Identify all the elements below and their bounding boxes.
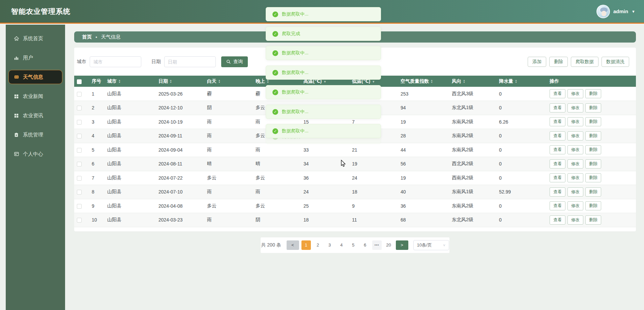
delete-button[interactable]: 删除 — [585, 145, 601, 154]
sidebar-item[interactable]: 用户 — [8, 51, 62, 65]
view-button[interactable]: 查看 — [550, 145, 565, 154]
next-page-button[interactable]: > — [396, 240, 408, 250]
column-header[interactable]: 日期▲▼ — [156, 76, 204, 87]
table-cell: 21 — [349, 143, 398, 157]
delete-button[interactable]: 删除 — [585, 103, 601, 112]
more-pages-button[interactable]: ••• — [372, 240, 382, 250]
table-cell: 多云 — [253, 171, 301, 185]
sidebar-item[interactable]: 系统管理 — [8, 128, 62, 142]
select-all-checkbox[interactable] — [77, 79, 82, 84]
row-checkbox[interactable] — [77, 106, 82, 110]
toolbar: 添加删除爬取数据数据清洗 — [528, 57, 629, 67]
column-header[interactable]: 风向▲▼ — [449, 76, 496, 87]
sidebar-item[interactable]: 农业新闻 — [8, 89, 62, 103]
delete-button[interactable]: 删除 — [549, 57, 568, 67]
edit-button[interactable]: 修改 — [567, 187, 583, 197]
table-cell: 东南风1级 — [449, 185, 496, 199]
edit-button[interactable]: 修改 — [567, 159, 583, 169]
view-button[interactable]: 查看 — [550, 89, 565, 98]
date-filter-input[interactable] — [164, 56, 216, 67]
view-button[interactable]: 查看 — [550, 159, 565, 169]
delete-button[interactable]: 删除 — [585, 131, 601, 140]
row-checkbox[interactable] — [77, 190, 82, 195]
delete-button[interactable]: 删除 — [585, 201, 601, 210]
column-header[interactable]: 城市▲▼ — [105, 76, 156, 87]
edit-button[interactable]: 修改 — [567, 117, 583, 126]
sidebar-item[interactable]: 天气信息 — [8, 70, 62, 84]
view-button[interactable]: 查看 — [550, 187, 565, 197]
row-checkbox[interactable] — [77, 218, 82, 223]
page-size-select[interactable]: 10条/页 ˅ — [413, 240, 449, 250]
page-button[interactable]: 6 — [360, 240, 370, 250]
row-checkbox[interactable] — [77, 92, 82, 97]
delete-button[interactable]: 删除 — [585, 173, 601, 182]
search-icon — [226, 59, 231, 64]
table-cell: 36 — [398, 199, 449, 213]
view-button[interactable]: 查看 — [550, 201, 565, 210]
table-cell: 多云 — [204, 171, 253, 185]
search-button[interactable]: 查询 — [221, 56, 248, 67]
chevron-down-icon: ▼ — [632, 9, 635, 14]
sidebar-item[interactable]: 农业资讯 — [8, 108, 62, 123]
row-checkbox[interactable] — [77, 162, 82, 166]
table-cell: 霾 — [204, 87, 253, 101]
table-cell: 7 — [89, 171, 105, 185]
table-cell: 19 — [398, 115, 449, 129]
grid-icon — [13, 94, 19, 99]
row-checkbox[interactable] — [77, 204, 82, 209]
table-cell: 0 — [496, 157, 547, 171]
edit-button[interactable]: 修改 — [567, 131, 583, 140]
view-button[interactable]: 查看 — [550, 131, 565, 140]
view-button[interactable]: 查看 — [550, 117, 565, 126]
prev-page-button[interactable]: < — [287, 240, 299, 250]
city-filter-input[interactable] — [90, 56, 141, 67]
page-button[interactable]: 1 — [301, 240, 311, 250]
edit-button[interactable]: 修改 — [567, 89, 583, 98]
page-button[interactable]: 20 — [384, 240, 393, 250]
row-checkbox[interactable] — [77, 148, 82, 153]
row-checkbox[interactable] — [77, 176, 82, 181]
edit-button[interactable]: 修改 — [567, 201, 583, 210]
page-button[interactable]: 4 — [337, 240, 346, 250]
view-button[interactable]: 查看 — [550, 215, 565, 225]
date-filter-label: 日期 — [151, 59, 161, 65]
column-header[interactable]: 降水量▲▼ — [496, 76, 547, 87]
delete-button[interactable]: 删除 — [585, 187, 601, 197]
sidebar-item[interactable]: 个人中心 — [8, 147, 62, 161]
edit-button[interactable]: 修改 — [567, 145, 583, 154]
delete-button[interactable]: 删除 — [585, 89, 601, 98]
column-header: 序号 — [89, 76, 105, 87]
user-menu[interactable]: admin ▼ — [596, 5, 635, 18]
table-cell: 西北风3级 — [449, 87, 496, 101]
edit-button[interactable]: 修改 — [567, 173, 583, 182]
table-cell: 94 — [398, 101, 449, 115]
page-button[interactable]: 3 — [325, 240, 334, 250]
view-button[interactable]: 查看 — [550, 103, 565, 112]
sidebar-item[interactable]: 系统首页 — [8, 31, 62, 46]
table-cell: 东北风1级 — [449, 101, 496, 115]
table-cell: 25 — [301, 199, 349, 213]
row-checkbox[interactable] — [77, 120, 82, 125]
crawl-data-button[interactable]: 爬取数据 — [571, 57, 598, 67]
view-button[interactable]: 查看 — [550, 173, 565, 182]
delete-button[interactable]: 删除 — [585, 117, 601, 126]
data-clean-button[interactable]: 数据清洗 — [602, 57, 629, 67]
table-cell: 8 — [89, 185, 105, 199]
table-cell: 9 — [349, 199, 398, 213]
toast-message: ✓ 数据爬取中... — [266, 66, 381, 80]
row-checkbox[interactable] — [77, 134, 82, 138]
toast-message: ✓ 数据爬取中... — [266, 124, 381, 138]
delete-button[interactable]: 删除 — [585, 159, 601, 169]
edit-button[interactable]: 修改 — [567, 215, 583, 225]
add-button[interactable]: 添加 — [528, 57, 546, 67]
breadcrumb-home[interactable]: 首页 — [82, 34, 92, 40]
column-header[interactable]: 空气质量指数▲▼ — [398, 76, 449, 87]
column-header[interactable]: 白天▲▼ — [204, 76, 253, 87]
edit-button[interactable]: 修改 — [567, 103, 583, 112]
table-cell: 阴 — [253, 213, 301, 227]
toast-message: ✓ 数据爬取中... — [266, 46, 381, 60]
delete-button[interactable]: 删除 — [585, 215, 601, 225]
page-button[interactable]: 5 — [349, 240, 358, 250]
page-button[interactable]: 2 — [313, 240, 323, 250]
table-cell: 晴 — [253, 157, 301, 171]
